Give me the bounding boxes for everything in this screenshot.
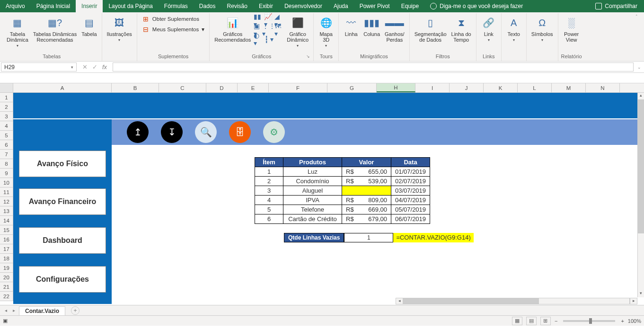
- scroll-up-button[interactable]: ▴: [638, 93, 644, 99]
- zoom-out-button[interactable]: −: [555, 318, 557, 324]
- column-header-C[interactable]: C: [159, 83, 206, 92]
- sheet-tab-active[interactable]: Contar.Vazio: [19, 306, 65, 315]
- menu-tab-ajuda[interactable]: Ajuda: [328, 0, 354, 12]
- table-cell[interactable]: Cartão de Crédito: [283, 214, 342, 224]
- table-cell[interactable]: R$655,00: [342, 167, 391, 177]
- table-cell[interactable]: 06/07/2019: [391, 214, 430, 224]
- view-page-break-button[interactable]: ⊞: [540, 317, 551, 325]
- table-cell[interactable]: Luz: [283, 167, 342, 177]
- row-header-12[interactable]: 12: [0, 197, 13, 206]
- menu-tab-revisão[interactable]: Revisão: [221, 0, 253, 12]
- table-cell[interactable]: 4: [255, 196, 283, 205]
- menu-tab-inserir[interactable]: Inserir: [76, 0, 103, 12]
- column-header-D[interactable]: D: [206, 83, 238, 92]
- scroll-right-button[interactable]: ▸: [630, 298, 637, 304]
- column-header-I[interactable]: I: [415, 83, 450, 92]
- nav-avanco-fisico[interactable]: Avanço Físico: [19, 151, 106, 177]
- accept-formula-icon[interactable]: ✓: [92, 63, 97, 71]
- column-header-M[interactable]: M: [552, 83, 586, 92]
- column-header-K[interactable]: K: [484, 83, 518, 92]
- row-header-8[interactable]: 8: [0, 159, 13, 169]
- formula-input[interactable]: [113, 62, 634, 71]
- spreadsheet-grid[interactable]: ABCDEFGHIJKLMN 1234567891011121314151617…: [0, 83, 644, 305]
- table-cell[interactable]: Telefone: [283, 205, 342, 214]
- link-button[interactable]: 🔗Link▾: [479, 14, 498, 43]
- row-header-22[interactable]: 22: [0, 292, 13, 301]
- row-header-1[interactable]: 1: [0, 93, 13, 102]
- menu-tab-layout-da-página[interactable]: Layout da Página: [103, 0, 158, 12]
- hscroll-track[interactable]: [403, 298, 630, 304]
- cells-area[interactable]: Avanço Físico Avanço Financeiro Dashboar…: [13, 93, 644, 301]
- my-addins-button[interactable]: ⊟Meus Suplementos ▾: [140, 25, 206, 34]
- vscroll-track[interactable]: [638, 99, 644, 291]
- table-cell[interactable]: R$679,00: [342, 214, 391, 224]
- column-header-H[interactable]: H: [377, 83, 415, 92]
- column-header-E[interactable]: E: [238, 83, 269, 92]
- table-cell[interactable]: 1: [255, 167, 283, 177]
- table-cell[interactable]: [342, 186, 391, 196]
- row-header-4[interactable]: 4: [0, 121, 13, 131]
- zoom-slider[interactable]: [563, 320, 615, 322]
- menu-tab-dados[interactable]: Dados: [194, 0, 221, 12]
- tell-me-search[interactable]: Diga-me o que você deseja fazer: [424, 0, 529, 12]
- database-icon[interactable]: 🗄: [229, 121, 251, 143]
- table-cell[interactable]: R$669,00: [342, 205, 391, 214]
- charts-dialog-launcher[interactable]: ↘: [306, 54, 312, 60]
- row-header-9[interactable]: 9: [0, 169, 13, 178]
- menu-tab-desenvolvedor[interactable]: Desenvolvedor: [279, 0, 328, 12]
- search-doc-icon[interactable]: 🔍: [195, 121, 217, 143]
- nav-dashboard[interactable]: Dashboard: [19, 227, 106, 254]
- zoom-in-button[interactable]: +: [621, 318, 624, 324]
- scroll-left-button[interactable]: ◂: [396, 298, 403, 304]
- row-header-13[interactable]: 13: [0, 206, 13, 216]
- row-header-10[interactable]: 10: [0, 178, 13, 187]
- row-header-2[interactable]: 2: [0, 102, 13, 112]
- table-cell[interactable]: Aluguel: [283, 186, 342, 196]
- row-header-17[interactable]: 17: [0, 244, 13, 254]
- table-cell[interactable]: 04/07/2019: [391, 196, 430, 205]
- table-cell[interactable]: 2: [255, 177, 283, 186]
- row-header-19[interactable]: 19: [0, 263, 13, 273]
- vertical-scrollbar[interactable]: ▴ ▾: [637, 93, 644, 297]
- get-addins-button[interactable]: ⊞Obter Suplementos: [140, 14, 206, 24]
- symbols-button[interactable]: ΩSímbolos▾: [529, 14, 555, 43]
- horizontal-scrollbar[interactable]: ◂ ▸: [13, 297, 637, 305]
- menu-tab-página-inicial[interactable]: Página Inicial: [31, 0, 76, 12]
- table-cell[interactable]: 05/07/2019: [391, 205, 430, 214]
- add-sheet-button[interactable]: +: [71, 306, 79, 315]
- nav-avanco-financeiro[interactable]: Avanço Financeiro: [19, 188, 106, 215]
- sparkline-col-button[interactable]: ▮▮▮Coluna: [362, 14, 382, 38]
- view-page-layout-button[interactable]: ▤: [526, 317, 537, 325]
- sheet-nav-prev[interactable]: ◂: [3, 308, 9, 313]
- column-header-L[interactable]: L: [518, 83, 552, 92]
- expand-formula-bar-button[interactable]: ⌄: [635, 62, 644, 72]
- menu-tab-power-pivot[interactable]: Power Pivot: [354, 0, 396, 12]
- upload-icon[interactable]: ↥: [127, 121, 149, 143]
- row-header-7[interactable]: 7: [0, 150, 13, 159]
- table-cell[interactable]: R$539,00: [342, 177, 391, 186]
- column-header-A[interactable]: A: [13, 83, 112, 92]
- table-cell[interactable]: R$809,00: [342, 196, 391, 205]
- map3d-button[interactable]: 🌐Mapa3D▾: [317, 14, 335, 49]
- timeline-button[interactable]: ⧗Linha doTempo: [450, 14, 473, 44]
- table-cell[interactable]: 01/07/2019: [391, 167, 430, 177]
- pivot-chart-button[interactable]: ⬛GráficoDinâmico▾: [285, 14, 310, 49]
- menu-tab-fórmulas[interactable]: Fórmulas: [159, 0, 194, 12]
- chart-stock-icon[interactable]: ┇ ▾: [264, 35, 273, 44]
- row-header-3[interactable]: 3: [0, 112, 13, 121]
- table-cell[interactable]: Condomínio: [283, 177, 342, 186]
- hscroll-thumb[interactable]: [404, 298, 539, 304]
- row-header-14[interactable]: 14: [0, 216, 13, 225]
- column-header-G[interactable]: G: [327, 83, 377, 92]
- pivot-table-button[interactable]: ▦TabelaDinâmica▾: [5, 14, 30, 49]
- select-all-corner[interactable]: [0, 83, 13, 92]
- row-header-18[interactable]: 18: [0, 254, 13, 263]
- column-header-B[interactable]: B: [112, 83, 159, 92]
- table-cell[interactable]: 5: [255, 205, 283, 214]
- sparkline-line-button[interactable]: 〰Linha: [342, 14, 361, 38]
- text-button[interactable]: ATexto▾: [504, 14, 523, 43]
- row-header-16[interactable]: 16: [0, 235, 13, 244]
- row-header-15[interactable]: 15: [0, 225, 13, 235]
- table-cell[interactable]: 03/07/2019: [391, 186, 430, 196]
- row-header-11[interactable]: 11: [0, 187, 13, 197]
